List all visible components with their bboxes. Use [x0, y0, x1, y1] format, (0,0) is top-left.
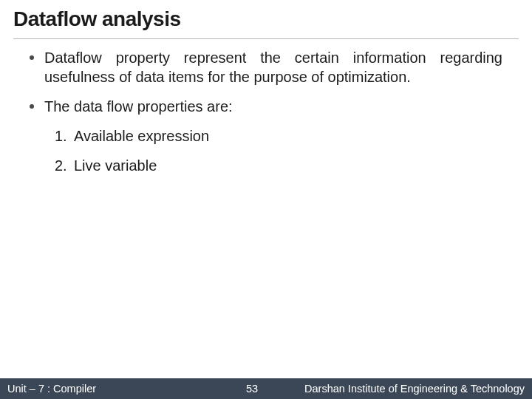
- bullet-text: Dataflow property represent the certain …: [44, 48, 502, 86]
- list-number: 2.: [55, 156, 74, 175]
- footer-right: Darshan Institute of Engineering & Techn…: [304, 383, 525, 395]
- slide: Dataflow analysis Dataflow property repr…: [0, 0, 532, 399]
- slide-title: Dataflow analysis: [13, 7, 519, 31]
- numbered-list: 1. Available expression 2. Live variable: [30, 126, 502, 175]
- bullet-item: Dataflow property represent the certain …: [30, 48, 502, 86]
- bullet-dot-icon: [30, 104, 34, 109]
- footer-left: Unit – 7 : Compiler: [7, 383, 96, 395]
- slide-body: Dataflow property represent the certain …: [0, 39, 532, 399]
- list-text: Available expression: [74, 126, 209, 146]
- list-text: Live variable: [74, 156, 157, 175]
- bullet-text: The data flow properties are:: [44, 97, 233, 116]
- list-number: 1.: [55, 126, 74, 146]
- bullet-dot-icon: [30, 55, 34, 60]
- footer-bar: Unit – 7 : Compiler 53 Darshan Institute…: [0, 378, 532, 399]
- title-block: Dataflow analysis: [0, 0, 532, 35]
- footer-page: 53: [96, 383, 304, 395]
- list-item: 2. Live variable: [55, 156, 502, 175]
- list-item: 1. Available expression: [55, 126, 502, 146]
- bullet-item: The data flow properties are:: [30, 97, 502, 116]
